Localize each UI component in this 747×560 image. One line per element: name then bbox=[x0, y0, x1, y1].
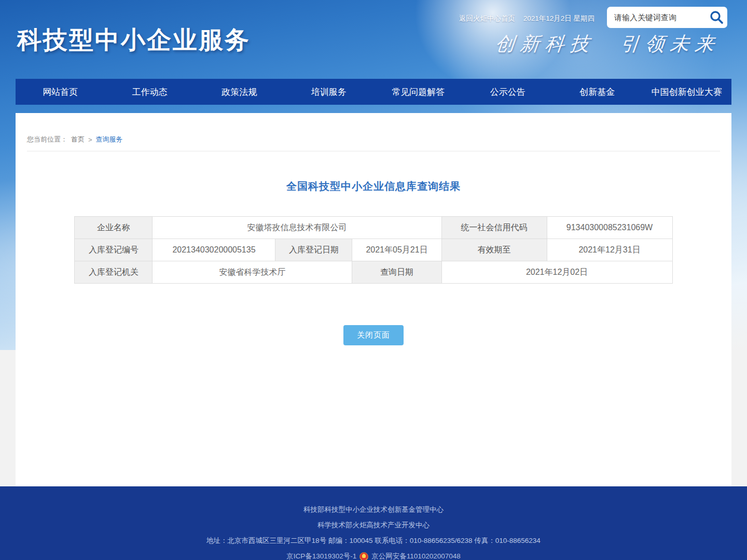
valid-until-value: 2021年12月31日 bbox=[547, 239, 672, 261]
credit-code-label: 统一社会信用代码 bbox=[441, 217, 547, 239]
credit-code-value: 91340300085231069W bbox=[547, 217, 672, 239]
reg-date-label: 入库登记日期 bbox=[275, 239, 352, 261]
table-row: 企业名称 安徽塔孜信息技术有限公司 统一社会信用代码 9134030008523… bbox=[75, 217, 672, 239]
query-date-label: 查询日期 bbox=[352, 261, 441, 284]
valid-until-label: 有效期至 bbox=[441, 239, 547, 261]
search-button[interactable] bbox=[709, 10, 724, 25]
content-card: 您当前位置： 首页 > 查询服务 全国科技型中小企业信息库查询结果 企业名称 安… bbox=[16, 113, 731, 486]
nav-item-competition[interactable]: 中国创新创业大赛 bbox=[642, 79, 732, 105]
breadcrumb-prefix: 您当前位置： bbox=[27, 135, 67, 144]
nav-item-training[interactable]: 培训服务 bbox=[284, 79, 374, 105]
company-name-value: 安徽塔孜信息技术有限公司 bbox=[153, 217, 441, 239]
nav-item-faq[interactable]: 常见问题解答 bbox=[374, 79, 463, 105]
police-badge-icon bbox=[359, 552, 368, 560]
search-box bbox=[607, 7, 727, 28]
reg-number-label: 入库登记编号 bbox=[75, 239, 153, 261]
nav-item-policies[interactable]: 政策法规 bbox=[195, 79, 284, 105]
breadcrumb-current-link[interactable]: 查询服务 bbox=[96, 135, 123, 144]
page-footer: 科技部科技型中小企业技术创新基金管理中心 科学技术部火炬高技术产业开发中心 地址… bbox=[0, 486, 747, 560]
table-row: 入库登记编号 202134030200005135 入库登记日期 2021年05… bbox=[75, 239, 672, 261]
icp-license-link[interactable]: 京ICP备13019302号-1 bbox=[286, 549, 356, 560]
table-row: 入库登记机关 安徽省科学技术厅 查询日期 2021年12月02日 bbox=[75, 261, 672, 284]
close-page-button[interactable]: 关闭页面 bbox=[343, 325, 404, 345]
search-icon bbox=[709, 18, 724, 26]
page-title: 全国科技型中小企业信息库查询结果 bbox=[16, 179, 731, 193]
footer-contact: 地址：北京市西城区三里河二区甲18号 邮编：100045 联系电话：010-88… bbox=[0, 533, 747, 549]
torch-center-home-link[interactable]: 返回火炬中心首页 bbox=[459, 14, 515, 23]
nav-item-home[interactable]: 网站首页 bbox=[16, 79, 105, 105]
breadcrumb-home-link[interactable]: 首页 bbox=[71, 135, 85, 144]
reg-date-value: 2021年05月21日 bbox=[352, 239, 441, 261]
footer-registration-line: 京ICP备13019302号-1 京公网安备11010202007048 bbox=[0, 549, 747, 560]
public-security-record-link[interactable]: 京公网安备11010202007048 bbox=[371, 549, 461, 560]
reg-authority-label: 入库登记机关 bbox=[75, 261, 153, 284]
site-header: 科技型中小企业服务 创新科技 引领未来 返回火炬中心首页 2021年12月2日 … bbox=[0, 0, 747, 79]
breadcrumb-separator: > bbox=[88, 136, 92, 144]
topbar: 返回火炬中心首页 2021年12月2日 星期四 bbox=[459, 14, 594, 23]
nav-item-innovation-fund[interactable]: 创新基金 bbox=[552, 79, 642, 105]
footer-org1: 科技部科技型中小企业技术创新基金管理中心 bbox=[0, 502, 747, 517]
site-title: 科技型中小企业服务 bbox=[17, 24, 251, 57]
current-date-text: 2021年12月2日 星期四 bbox=[523, 14, 594, 23]
company-name-label: 企业名称 bbox=[75, 217, 153, 239]
reg-number-value: 202134030200005135 bbox=[153, 239, 275, 261]
query-result-table: 企业名称 安徽塔孜信息技术有限公司 统一社会信用代码 9134030008523… bbox=[74, 216, 672, 284]
query-date-value: 2021年12月02日 bbox=[441, 261, 672, 284]
breadcrumb-divider bbox=[27, 151, 720, 151]
nav-item-announcements[interactable]: 公示公告 bbox=[463, 79, 553, 105]
footer-org2: 科学技术部火炬高技术产业开发中心 bbox=[0, 517, 747, 533]
main-nav: 网站首页 工作动态 政策法规 培训服务 常见问题解答 公示公告 创新基金 中国创… bbox=[16, 79, 731, 105]
site-slogan: 创新科技 引领未来 bbox=[494, 31, 722, 57]
breadcrumb: 您当前位置： 首页 > 查询服务 bbox=[16, 113, 731, 144]
reg-authority-value: 安徽省科学技术厅 bbox=[153, 261, 352, 284]
nav-item-work-news[interactable]: 工作动态 bbox=[105, 79, 195, 105]
